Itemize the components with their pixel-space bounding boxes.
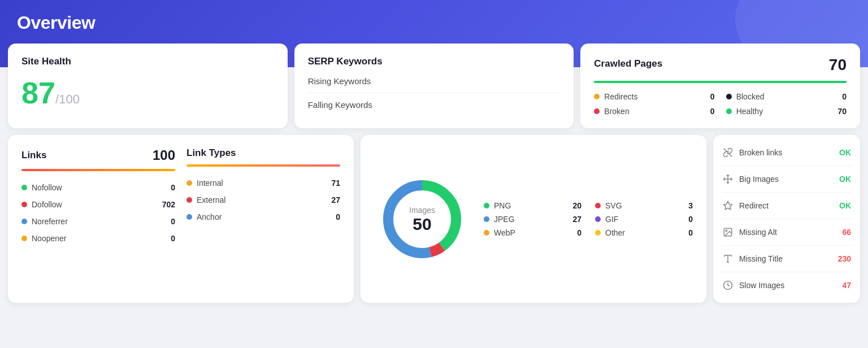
other-count: 0 <box>688 228 693 237</box>
donut-chart: Images 50 <box>374 171 470 267</box>
dofollow-dot <box>21 202 27 207</box>
gif-stat: GIF 0 <box>595 215 693 224</box>
big-images-label: Big Images <box>739 175 834 184</box>
crawled-redirects: Redirects 0 <box>594 92 714 101</box>
donut-title: Images <box>409 205 435 214</box>
nofollow-item: Nofollow 0 <box>21 179 175 196</box>
missing-title-label: Missing Title <box>739 254 832 263</box>
healthy-count: 70 <box>837 107 847 116</box>
missing-alt-icon <box>722 227 734 238</box>
svg-dot <box>595 203 601 208</box>
redirects-count: 0 <box>710 92 715 101</box>
webp-label: WebP <box>494 228 515 237</box>
score-max: /100 <box>55 92 80 106</box>
link-types-section: Link Types Internal 71 External 27 <box>186 147 340 247</box>
external-dot <box>186 197 192 203</box>
slow-images-label: Slow Images <box>739 281 836 290</box>
panel-broken-links: Broken links OK <box>722 140 851 166</box>
external-label: External <box>197 195 225 205</box>
serp-keywords-title: SERP Keywords <box>308 56 561 67</box>
site-health-card: Site Health 87/100 <box>8 44 288 128</box>
webp-count: 0 <box>577 228 581 237</box>
serp-keywords-card: SERP Keywords Rising Keywords Falling Ke… <box>294 44 574 128</box>
link-types-bar <box>186 164 340 167</box>
noopener-dot <box>21 236 27 241</box>
missing-title-status: 230 <box>838 254 851 263</box>
link-types-title: Link Types <box>186 147 236 159</box>
links-count: 100 <box>153 147 175 163</box>
crawled-pages-count: 70 <box>829 56 847 74</box>
donut-label: Images 50 <box>409 205 435 233</box>
rising-keywords-item[interactable]: Rising Keywords <box>308 69 561 93</box>
broken-links-status: OK <box>839 148 851 157</box>
noopener-count: 0 <box>171 234 175 243</box>
other-label: Other <box>605 228 625 237</box>
right-panel: Broken links OK Big Images OK <box>713 135 860 303</box>
anchor-count: 0 <box>336 212 340 221</box>
crawled-bar <box>594 81 847 83</box>
webp-stat: WebP 0 <box>484 228 581 237</box>
internal-count: 71 <box>331 179 340 188</box>
images-card: Images 50 PNG 20 SVG 3 JPEG 2 <box>361 135 706 303</box>
links-title: Links <box>21 150 46 161</box>
gif-dot <box>595 216 601 222</box>
missing-alt-status: 66 <box>842 228 851 237</box>
other-stat: Other 0 <box>595 228 693 237</box>
broken-links-label: Broken links <box>739 148 834 157</box>
redirect-label: Redirect <box>739 201 834 210</box>
crawled-header: Crawled Pages 70 <box>594 56 847 74</box>
redirect-status: OK <box>839 201 851 210</box>
crawled-blocked: Blocked 0 <box>726 92 847 101</box>
missing-title-icon <box>722 253 734 264</box>
top-row: Site Health 87/100 SERP Keywords Rising … <box>8 44 860 128</box>
external-count: 27 <box>331 195 340 205</box>
panel-missing-alt: Missing Alt 66 <box>722 219 851 246</box>
anchor-item: Anchor 0 <box>186 208 340 225</box>
links-section: Links 100 Nofollow 0 Dofollow 702 <box>21 147 175 247</box>
panel-slow-images: Slow Images 47 <box>722 272 851 298</box>
png-label: PNG <box>494 201 511 210</box>
crawled-broken: Broken 0 <box>594 107 714 116</box>
blocked-label: Blocked <box>736 92 765 101</box>
score-value: 87 <box>21 76 55 110</box>
site-health-title: Site Health <box>21 56 274 67</box>
noreferrer-dot <box>21 219 27 224</box>
png-stat: PNG 20 <box>484 201 581 210</box>
redirects-dot <box>594 94 600 99</box>
broken-links-icon <box>722 147 734 158</box>
main-content: Site Health 87/100 SERP Keywords Rising … <box>0 44 868 311</box>
png-dot <box>484 203 489 208</box>
anchor-label: Anchor <box>197 212 222 221</box>
svg-count: 3 <box>688 201 693 210</box>
noopener-item: Noopener 0 <box>21 230 175 247</box>
crawled-grid: Redirects 0 Blocked 0 Broken 0 Healthy 7… <box>594 92 847 116</box>
broken-dot <box>594 108 600 114</box>
healthy-label: Healthy <box>736 107 763 116</box>
jpeg-stat: JPEG 27 <box>484 215 581 224</box>
external-item: External 27 <box>186 192 340 208</box>
noreferrer-count: 0 <box>171 217 175 226</box>
link-types-header: Link Types <box>186 147 340 159</box>
jpeg-count: 27 <box>572 215 581 224</box>
missing-alt-label: Missing Alt <box>739 228 836 237</box>
image-stats: PNG 20 SVG 3 JPEG 27 GIF 0 <box>484 201 693 237</box>
big-images-status: OK <box>839 175 851 184</box>
redirect-icon <box>722 200 734 211</box>
noreferrer-label: Noreferrer <box>32 217 68 226</box>
bottom-row: Links 100 Nofollow 0 Dofollow 702 <box>8 135 860 303</box>
crawled-pages-title: Crawled Pages <box>594 58 662 69</box>
noopener-label: Noopener <box>32 234 67 243</box>
svg-marker-7 <box>724 202 732 210</box>
png-count: 20 <box>572 201 581 210</box>
internal-label: Internal <box>197 179 223 188</box>
redirects-label: Redirects <box>604 92 637 101</box>
internal-dot <box>186 180 192 186</box>
crawled-pages-card: Crawled Pages 70 Redirects 0 Blocked 0 B… <box>580 44 860 128</box>
svg-label: SVG <box>605 201 622 210</box>
page-title: Overview <box>17 12 851 33</box>
panel-missing-title: Missing Title 230 <box>722 246 851 272</box>
links-header: Links 100 <box>21 147 175 163</box>
falling-keywords-item[interactable]: Falling Keywords <box>308 93 561 116</box>
jpeg-label: JPEG <box>494 215 515 224</box>
nofollow-count: 0 <box>171 183 175 192</box>
